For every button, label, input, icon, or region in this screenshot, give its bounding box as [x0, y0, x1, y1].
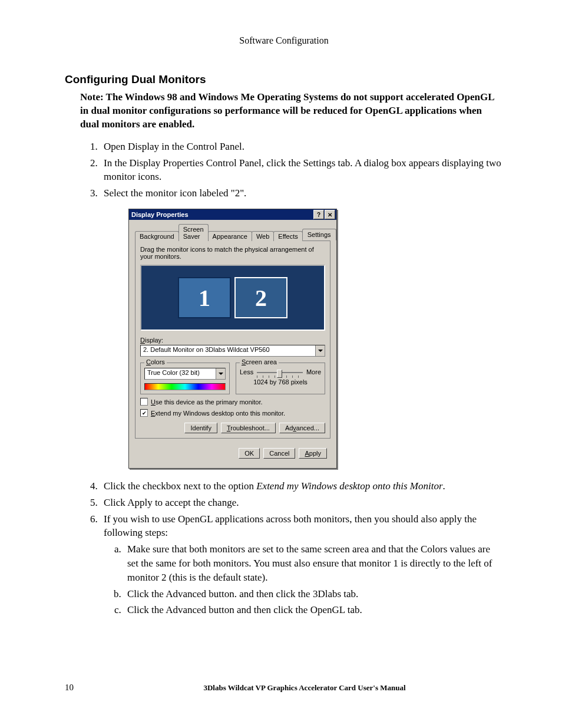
screenshot-figure: Display Properties ? ✕ Background Screen… — [128, 209, 503, 469]
close-button[interactable]: ✕ — [325, 210, 335, 219]
display-properties-dialog: Display Properties ? ✕ Background Screen… — [128, 209, 337, 469]
tab-strip: Background Screen Saver Appearance Web E… — [135, 223, 330, 241]
screen-area-group: Screen area Less More 1024 by 768 — [236, 363, 325, 394]
monitor-2-icon[interactable]: 2 — [234, 277, 287, 318]
display-combo-button[interactable] — [315, 345, 325, 356]
extend-desktop-checkbox[interactable]: ✔ — [140, 409, 148, 417]
colors-group-title: Colors — [144, 358, 167, 365]
slider-thumb[interactable] — [277, 370, 282, 378]
warning-note: Note: The Windows 98 and Windows Me Oper… — [80, 91, 503, 131]
step-1: Open Display in the Control Panel. — [100, 140, 503, 154]
identify-button[interactable]: Identify — [184, 423, 217, 433]
chevron-down-icon — [318, 350, 323, 352]
colors-group: Colors True Color (32 bit) — [140, 363, 230, 394]
help-button[interactable]: ? — [313, 210, 324, 219]
extend-desktop-row[interactable]: ✔ Extend my Windows desktop onto this mo… — [140, 409, 325, 417]
tab-screensaver[interactable]: Screen Saver — [178, 224, 209, 241]
step-6c: Click the Advanced button and then click… — [124, 603, 503, 617]
page-number: 10 — [65, 683, 106, 693]
steps-list-bottom: Click the checkbox next to the option Ex… — [80, 479, 503, 617]
cancel-button[interactable]: Cancel — [263, 448, 295, 459]
page-header: Software Configuration — [65, 35, 503, 46]
step-3: Select the monitor icon labeled "2". — [100, 186, 503, 200]
steps-list-top: Open Display in the Control Panel. In th… — [80, 140, 503, 200]
color-spectrum-bar — [144, 383, 226, 390]
step-6b: Click the Advanced button. and then clic… — [124, 587, 503, 601]
primary-monitor-label: Use this device as the primary monitor. — [151, 398, 263, 406]
screen-area-group-title: Screen area — [240, 358, 279, 365]
monitor-1-icon[interactable]: 1 — [178, 277, 231, 318]
dialog-titlebar[interactable]: Display Properties ? ✕ — [129, 209, 336, 220]
tab-background[interactable]: Background — [135, 231, 179, 241]
section-heading: Configuring Dual Monitors — [65, 73, 503, 86]
step-4: Click the checkbox next to the option Ex… — [100, 479, 503, 493]
resolution-value: 1024 by 768 pixels — [240, 378, 321, 386]
colors-combo[interactable]: True Color (32 bit) — [144, 368, 226, 380]
dialog-title-text: Display Properties — [131, 211, 189, 218]
step-2: In the Display Properties Control Panel,… — [100, 156, 503, 185]
step-6: If you wish to use OpenGL applications a… — [100, 512, 503, 618]
advanced-button[interactable]: Advanced... — [279, 423, 325, 433]
primary-monitor-checkbox[interactable] — [140, 398, 148, 406]
slider-less-label: Less — [240, 368, 253, 375]
ok-button[interactable]: OK — [239, 448, 260, 459]
monitor-arrangement-area[interactable]: 1 2 — [140, 265, 325, 331]
colors-combo-button[interactable] — [216, 368, 225, 379]
display-label: Display: — [140, 337, 325, 344]
tab-effects[interactable]: Effects — [273, 231, 302, 241]
tab-panel-settings: Drag the monitor icons to match the phys… — [135, 241, 330, 439]
primary-monitor-row[interactable]: Use this device as the primary monitor. — [140, 398, 325, 406]
display-combo[interactable]: 2. Default Monitor on 3Dlabs Wildcat VP5… — [140, 345, 325, 357]
page-footer: 10 3Dlabs Wildcat VP Graphics Accelerato… — [65, 683, 503, 693]
tab-settings[interactable]: Settings — [302, 229, 336, 241]
resolution-slider[interactable] — [257, 368, 303, 377]
extend-desktop-label: Extend my Windows desktop onto this moni… — [151, 410, 285, 417]
footer-title: 3Dlabs Wildcat VP Graphics Accelerator C… — [106, 683, 503, 693]
apply-button[interactable]: Apply — [299, 448, 327, 459]
step-6a: Make sure that both monitors are set to … — [124, 542, 503, 584]
display-combo-value: 2. Default Monitor on 3Dlabs Wildcat VP5… — [141, 345, 315, 356]
drag-instruction: Drag the monitor icons to match the phys… — [140, 246, 325, 260]
slider-more-label: More — [306, 368, 321, 375]
colors-combo-value: True Color (32 bit) — [145, 368, 216, 379]
tab-web[interactable]: Web — [252, 231, 274, 241]
troubleshoot-button[interactable]: Troubleshoot... — [221, 423, 276, 433]
tab-appearance[interactable]: Appearance — [208, 231, 252, 241]
step-5: Click Apply to accept the change. — [100, 496, 503, 510]
chevron-down-icon — [219, 373, 223, 375]
